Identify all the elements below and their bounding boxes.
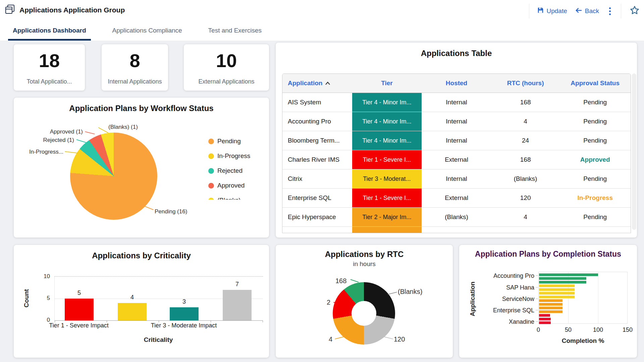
cell-hosted: Internal [422,131,491,150]
completion-bar[interactable] [539,310,562,313]
legend-label: Pending [217,138,241,145]
criticality-bar[interactable] [65,299,94,320]
callout-leader-line [85,131,95,134]
favorite-star-icon[interactable] [629,5,640,17]
column-header-tier[interactable]: Tier [352,80,422,87]
tab-applications-dashboard[interactable]: Applications Dashboard [8,23,91,41]
more-options-menu-icon[interactable] [607,7,613,15]
callout-pending: Pending (16) [155,208,212,215]
legend-item[interactable]: Rejected [208,163,265,178]
table-row[interactable]: CitrixTier 3 - Moderat...Internal(Blanks… [282,169,631,189]
completion-bar[interactable] [539,307,562,309]
cell-status: Pending [559,112,631,131]
workflow-status-card: Application Plans by Workflow Status App… [14,98,269,238]
table-row[interactable]: Enterprise SQLTier 1 - Severe I...Extern… [282,189,631,208]
legend-item[interactable]: Approved [208,178,265,193]
completion-bar[interactable] [539,321,551,324]
tier-chip: Tier 4 - Minor Im... [352,131,422,150]
criticality-bar[interactable] [118,303,147,320]
tab-bar: Applications Dashboard Applications Comp… [8,23,266,41]
page-title: Applications Application Group [19,6,125,14]
completion-bar[interactable] [539,288,575,291]
callout-leader-line [388,292,397,295]
tier-chip: Tier 2 - Major Im... [352,208,422,226]
cell-rtc: 168 [491,150,560,169]
table-row-partial[interactable] [282,227,631,233]
completion-bar[interactable] [539,314,550,317]
x-tick-label: 100 [588,326,608,333]
rtc-chart-card: Applications by RTC in hours 168 2 4 120… [276,245,453,358]
completion-bar[interactable] [539,292,575,295]
criticality-chart-card: Applications by Criticality 5437 10 5 0 … [14,245,269,358]
tab-applications-compliance[interactable]: Applications Compliance [108,23,187,41]
tier-chip: Tier 1 - Severe I... [352,189,422,207]
legend-label: Rejected [217,167,243,174]
column-header-hosted[interactable]: Hosted [422,80,491,87]
workflow-legend: PendingIn-ProgressRejectedApproved(Blank… [208,134,265,200]
criticality-bar[interactable] [223,290,252,320]
cell-tier: Tier 2 - Major Im... [352,208,422,226]
y-axis-title: Count [23,278,30,318]
donut-label-4: 4 [329,335,332,343]
column-header-application[interactable]: Application [282,80,352,87]
update-button[interactable]: Update [537,7,567,15]
cell-application: Bloomberg Term... [282,131,352,150]
kpi-label: Total Applicatio... [26,78,72,85]
cell-application [282,227,352,233]
cell-tier: Tier 1 - Severe I... [352,150,422,169]
workflow-pie[interactable] [70,133,157,220]
legend-item[interactable]: In-Progress [208,149,265,163]
completion-bar[interactable] [539,318,551,320]
bar-value-label: 7 [220,281,254,288]
x-tick-label: 50 [558,326,578,333]
table-row[interactable]: AIS SystemTier 4 - Minor Im...Internal16… [282,93,631,112]
column-header-rtc[interactable]: RTC (hours) [491,80,560,87]
criticality-bar[interactable] [170,307,199,320]
chart-title: Application Plans by Workflow Status [14,104,269,113]
completion-bar[interactable] [539,299,562,302]
tab-test-and-exercises[interactable]: Test and Exercises [204,23,266,41]
column-header-approval-status[interactable]: Approval Status [559,80,631,87]
donut-label-2: 2 [327,299,330,306]
table-row[interactable]: Charles River IMSTier 1 - Severe I...Ext… [282,150,631,169]
cell-status: Pending [559,131,631,150]
legend-item[interactable]: Pending [208,134,265,149]
y-axis-tick [536,275,538,276]
x-tick-label: 150 [618,326,638,333]
callout-blanks: (Blanks) (1) [108,124,165,131]
cell-application: AIS System [282,93,352,112]
legend-swatch [208,153,214,159]
legend-item[interactable]: (Blanks) [208,193,265,200]
cell-hosted: External [422,189,491,207]
cell-status [559,227,631,233]
completion-bar[interactable] [539,277,586,280]
completion-bar[interactable] [539,285,575,287]
back-label: Back [585,7,599,15]
callout-leader-line [335,337,344,340]
legend-swatch [208,168,214,174]
table-row[interactable]: Accounting ProTier 4 - Minor Im...Intern… [282,112,631,131]
cell-status: Pending [559,93,631,112]
completion-status-card: Application Plans by Completion Status A… [459,245,637,358]
cell-status: Pending [559,169,631,188]
top-bar: Applications Application Group Update [0,0,644,41]
cell-hosted: (Blanks) [422,208,491,226]
chart-title: Applications by RTC [276,250,453,259]
legend-swatch [208,183,214,189]
completion-bar[interactable] [539,273,598,276]
completion-bar[interactable] [539,303,562,306]
table-row[interactable]: Epic HyperspaceTier 2 - Major Im...(Blan… [282,208,631,227]
y-category-label: SAP Hana [471,284,534,291]
table-vertical-scrollbar[interactable] [632,73,636,230]
completion-bar[interactable] [539,281,586,283]
table-row[interactable]: Bloomberg Term...Tier 4 - Minor Im...Int… [282,131,631,150]
back-button[interactable]: Back [575,7,599,15]
x-axis-title: Completion % [549,337,616,345]
callout-leader-line [350,279,359,282]
x-axis-tick [263,320,263,322]
y-category-label: Xanadine [471,318,534,325]
y-tick-label: 5 [37,295,50,302]
cell-rtc [491,227,560,233]
completion-bar[interactable] [539,296,575,298]
kpi-card-internal-applications: 8 Internal Applications [102,44,168,91]
